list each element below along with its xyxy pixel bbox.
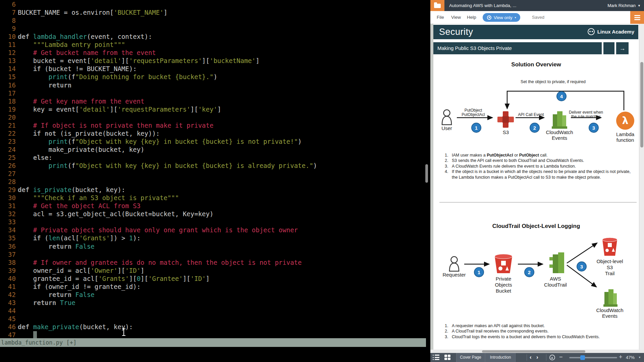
menu-help[interactable]: Help xyxy=(467,11,476,24)
solution-overview-diagram: Set the object to private, if required λ… xyxy=(433,77,639,149)
folder-icon xyxy=(434,4,441,8)
view-only-button[interactable]: View only ▾ xyxy=(483,13,520,22)
view-only-label: View only xyxy=(494,15,512,20)
section-divider xyxy=(439,202,637,202)
node-label-cloudwatch: CloudWatch Events xyxy=(546,129,573,141)
document-viewer-pane: Automating AWS with Lambda, ... Mark Ric… xyxy=(430,0,644,362)
node-label-lambda: Lambda function xyxy=(616,131,634,143)
zoom-in-button[interactable]: + xyxy=(619,353,623,362)
s3-icon xyxy=(497,111,514,128)
document-page: Security Linux Academy Making Public S3 … xyxy=(433,24,639,350)
step-item: A CloudTrail trail receives the correspo… xyxy=(449,328,633,334)
section-header-band: Security Linux Academy xyxy=(433,25,638,39)
cloudwatch-events-icon xyxy=(552,111,567,129)
cloudtrail-logging-title: CloudTrail Object-Level Logging xyxy=(433,223,639,230)
feedback-label: Set the object to private, if required xyxy=(521,79,586,84)
zoom-slider-thumb[interactable] xyxy=(580,355,585,360)
cloudtrail-logging-diagram: Requester Private Objects Bucket AWS Clo… xyxy=(433,235,639,323)
toolbar-separator xyxy=(546,354,546,361)
step-item: A requester makes an API call against th… xyxy=(449,323,633,328)
prev-page-button[interactable]: ‹ xyxy=(530,353,532,362)
document-title: Automating AWS with Lambda, ... xyxy=(449,0,517,11)
viewer-titlebar: Automating AWS with Lambda, ... Mark Ric… xyxy=(430,0,644,11)
cloudtrail-steps-list: A requester makes an API call against th… xyxy=(439,323,633,340)
outline-list-button[interactable] xyxy=(433,355,440,360)
tab-cover-page[interactable]: Cover Page xyxy=(456,353,485,362)
lesson-title-bar: Making Public S3 Objects Private → xyxy=(433,42,638,54)
pointer-mode-button[interactable] xyxy=(549,355,555,360)
node-label-user: User xyxy=(441,125,452,131)
private-bucket-icon xyxy=(495,254,512,273)
step-item: IAM user makes a PutObjectAcl or PutObje… xyxy=(449,153,633,158)
zoom-level[interactable]: 47% xyxy=(626,353,635,362)
node-label-s3: S3 xyxy=(503,129,509,135)
step-badge-4: 4 xyxy=(556,91,567,101)
menu-file[interactable]: File xyxy=(437,11,444,24)
step-item: CloudTrail logs the events to a bucket a… xyxy=(449,334,633,340)
thumbnail-grid-button[interactable] xyxy=(444,355,451,360)
caret-down-icon: ▾ xyxy=(515,16,516,19)
cloudtrail-icon xyxy=(549,252,564,273)
step-badge-3: 3 xyxy=(589,123,599,133)
tab-introduction[interactable]: Introduction xyxy=(485,353,516,362)
pane-divider xyxy=(430,24,433,350)
node-label-requester: Requester xyxy=(442,272,466,278)
trail-bucket-icon xyxy=(602,238,617,256)
arrow-cloudtrail-trail xyxy=(567,243,597,263)
hamburger-menu-button[interactable] xyxy=(630,11,644,24)
edge-label-putobject: PutObject PutObjectAcl xyxy=(462,108,485,117)
viewer-toolbar: Cover Page Introduction ‹ › − + 47% ▼ xyxy=(430,353,644,362)
step-item: S3 sends the API call event to both Clou… xyxy=(449,158,633,163)
zoom-caret-icon[interactable]: ▼ xyxy=(638,353,641,362)
solution-steps-list: IAM user makes a PutObjectAcl or PutObje… xyxy=(439,153,633,180)
node-label-trail: Object-level S3 Trail xyxy=(596,258,623,277)
brand-logo: Linux Academy xyxy=(588,28,634,35)
document-horizontal-scrollbar[interactable] xyxy=(430,350,644,353)
status-filename: lambda_function.py [+] xyxy=(1,339,76,346)
step-item: If the object is in a bucket in which al… xyxy=(449,169,633,180)
step-badge-1: 1 xyxy=(471,123,481,133)
folder-button[interactable] xyxy=(430,0,444,11)
node-label-cloudtrail: AWS CloudTrail xyxy=(544,276,567,288)
vertical-scrollbar-thumb[interactable] xyxy=(640,62,643,147)
requester-icon xyxy=(449,257,459,272)
lesson-next-button[interactable]: → xyxy=(616,42,629,54)
lesson-title: Making Public S3 Objects Private xyxy=(433,42,602,54)
brand-name: Linux Academy xyxy=(597,29,634,35)
node-label-cloudwatch: CloudWatch Events xyxy=(596,307,623,319)
caret-down-icon: ▼ xyxy=(638,4,641,7)
owl-icon xyxy=(588,28,595,35)
menu-view[interactable]: View xyxy=(451,11,461,24)
eye-icon xyxy=(487,15,491,20)
account-menu[interactable]: Mark Richman▼ xyxy=(607,0,641,11)
horizontal-scrollbar-thumb[interactable] xyxy=(482,350,585,353)
step-badge-2: 2 xyxy=(524,267,534,277)
code-editor-pane[interactable]: 67BUCKET_NAME = os.environ['BUCKET_NAME'… xyxy=(0,0,430,362)
editor-scrollbar-thumb[interactable] xyxy=(425,164,428,183)
node-label-private-bucket: Private Objects Bucket xyxy=(495,276,512,294)
zoom-out-button[interactable]: − xyxy=(559,353,563,362)
edge-label-api-call: API Call Event xyxy=(518,113,544,117)
step-item: A CloudWatch Events rule delivers the ev… xyxy=(449,164,633,169)
solution-overview-title: Solution Overview xyxy=(433,61,639,68)
editor-status-bar: lambda_function.py [+] xyxy=(0,338,426,347)
cloudwatch-events-icon xyxy=(603,289,618,307)
mouse-cursor xyxy=(123,329,124,335)
document-vertical-scrollbar[interactable] xyxy=(639,24,644,350)
next-page-button[interactable]: › xyxy=(536,353,538,362)
account-name: Mark Richman xyxy=(607,3,636,8)
user-icon xyxy=(442,110,451,125)
step-badge-3: 3 xyxy=(577,261,587,272)
arrow-right-icon: → xyxy=(620,45,626,52)
viewer-menubar: File View Help View only ▾ Saved xyxy=(430,11,644,24)
toolbar-separator xyxy=(527,354,527,361)
zoom-slider[interactable] xyxy=(569,357,617,358)
lambda-glyph: λ xyxy=(622,115,629,126)
screen: 67BUCKET_NAME = os.environ['BUCKET_NAME'… xyxy=(0,0,644,362)
vim-cursor xyxy=(33,331,37,339)
section-title: Security xyxy=(439,25,473,39)
step-badge-2: 2 xyxy=(530,123,540,133)
lesson-prev-button[interactable] xyxy=(603,42,614,54)
edge-label-deliver: Deliver event when the rule matches xyxy=(569,110,603,119)
step-badge-1: 1 xyxy=(474,267,484,277)
